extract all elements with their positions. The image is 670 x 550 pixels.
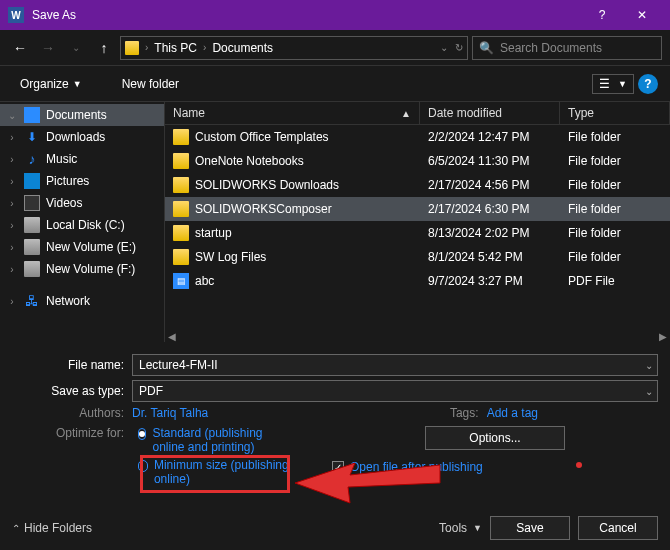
file-type: File folder [560, 152, 670, 170]
col-type[interactable]: Type [560, 102, 670, 124]
refresh-icon[interactable]: ↻ [455, 42, 463, 53]
search-input[interactable]: 🔍 Search Documents [472, 36, 662, 60]
tags-value[interactable]: Add a tag [487, 406, 538, 420]
search-placeholder: Search Documents [500, 41, 602, 55]
nav-newvol-e[interactable]: ›New Volume (E:) [0, 236, 164, 258]
radio-icon [138, 460, 148, 472]
back-button[interactable]: ← [8, 36, 32, 60]
open-after-checkbox[interactable]: ✓ Open file after publishing [332, 460, 658, 474]
file-type: File folder [560, 176, 670, 194]
file-name: startup [195, 226, 232, 240]
bottom-panel: File name: Lecture4-FM-II⌄ Save as type:… [0, 342, 670, 498]
authors-value[interactable]: Dr. Tariq Talha [132, 406, 208, 420]
tools-button[interactable]: Tools▼ [439, 521, 482, 535]
addr-root[interactable]: This PC [154, 41, 197, 55]
file-type: File folder [560, 248, 670, 266]
nav-localdisk[interactable]: ›Local Disk (C:) [0, 214, 164, 236]
cancel-button[interactable]: Cancel [578, 516, 658, 540]
file-date: 2/17/2024 4:56 PM [420, 176, 560, 194]
radio-icon [138, 428, 146, 440]
folder-icon [173, 153, 189, 169]
help-icon[interactable]: ? [638, 74, 658, 94]
radio-standard[interactable]: Standard (publishing online and printing… [138, 426, 292, 454]
folder-icon [173, 249, 189, 265]
file-list: Name▲ Date modified Type Custom Office T… [165, 102, 670, 342]
file-row[interactable]: SOLIDWORKS Downloads2/17/2024 4:56 PMFil… [165, 173, 670, 197]
file-name: abc [195, 274, 214, 288]
file-date: 8/13/2024 2:02 PM [420, 224, 560, 242]
close-button[interactable]: ✕ [622, 0, 662, 30]
new-folder-button[interactable]: New folder [114, 73, 187, 95]
filename-label: File name: [12, 358, 132, 372]
file-name: Custom Office Templates [195, 130, 329, 144]
optimize-label: Optimize for: [52, 426, 132, 440]
organize-button[interactable]: Organize▼ [12, 73, 90, 95]
nav-pictures[interactable]: ›Pictures [0, 170, 164, 192]
up-button[interactable]: ↑ [92, 36, 116, 60]
nav-network[interactable]: ›🖧Network [0, 290, 164, 312]
hide-folders-toggle[interactable]: ⌃Hide Folders [12, 521, 92, 535]
file-name: SOLIDWORKS Downloads [195, 178, 339, 192]
nav-tree: ⌄Documents ›⬇Downloads ›♪Music ›Pictures… [0, 102, 165, 342]
authors-label: Authors: [72, 406, 132, 420]
nav-videos[interactable]: ›Videos [0, 192, 164, 214]
annotation-dot [576, 462, 582, 468]
word-icon: W [8, 7, 24, 23]
address-bar[interactable]: › This PC › Documents ⌄ ↻ [120, 36, 468, 60]
file-row[interactable]: SOLIDWORKSComposer2/17/2024 6:30 PMFile … [165, 197, 670, 221]
file-row[interactable]: ▤abc9/7/2024 3:27 PMPDF File [165, 269, 670, 293]
file-name: SOLIDWORKSComposer [195, 202, 332, 216]
savetype-select[interactable]: PDF⌄ [132, 380, 658, 402]
checkbox-icon: ✓ [332, 461, 344, 473]
nav-music[interactable]: ›♪Music [0, 148, 164, 170]
folder-icon [173, 201, 189, 217]
file-date: 6/5/2024 11:30 PM [420, 152, 560, 170]
nav-newvol-f[interactable]: ›New Volume (F:) [0, 258, 164, 280]
forward-button[interactable]: → [36, 36, 60, 60]
toolbar: Organize▼ New folder ☰ ▼ ? [0, 66, 670, 102]
file-type: File folder [560, 224, 670, 242]
file-row[interactable]: OneNote Notebooks6/5/2024 11:30 PMFile f… [165, 149, 670, 173]
help-button[interactable]: ? [582, 0, 622, 30]
radio-minimum[interactable]: Minimum size (publishing online) [138, 458, 292, 486]
options-button[interactable]: Options... [425, 426, 565, 450]
savetype-label: Save as type: [12, 384, 132, 398]
file-row[interactable]: startup8/13/2024 2:02 PMFile folder [165, 221, 670, 245]
col-name[interactable]: Name▲ [165, 102, 420, 124]
folder-icon [173, 177, 189, 193]
sort-asc-icon: ▲ [401, 108, 411, 119]
tags-label: Tags: [427, 406, 487, 420]
scroll-right-icon[interactable]: ▶ [656, 330, 670, 342]
recent-dropdown[interactable]: ⌄ [64, 36, 88, 60]
save-button[interactable]: Save [490, 516, 570, 540]
file-type: File folder [560, 200, 670, 218]
nav-documents[interactable]: ⌄Documents [0, 104, 164, 126]
file-row[interactable]: Custom Office Templates2/2/2024 12:47 PM… [165, 125, 670, 149]
file-row[interactable]: SW Log Files8/1/2024 5:42 PMFile folder [165, 245, 670, 269]
column-headers: Name▲ Date modified Type [165, 102, 670, 125]
folder-icon [173, 225, 189, 241]
col-date[interactable]: Date modified [420, 102, 560, 124]
addr-folder[interactable]: Documents [212, 41, 273, 55]
nav-bar: ← → ⌄ ↑ › This PC › Documents ⌄ ↻ 🔍 Sear… [0, 30, 670, 66]
scroll-left-icon[interactable]: ◀ [165, 330, 179, 342]
nav-downloads[interactable]: ›⬇Downloads [0, 126, 164, 148]
window-title: Save As [32, 8, 76, 22]
file-type: File folder [560, 128, 670, 146]
folder-icon [173, 129, 189, 145]
file-type: PDF File [560, 272, 670, 290]
pdf-icon: ▤ [173, 273, 189, 289]
file-date: 9/7/2024 3:27 PM [420, 272, 560, 290]
filename-input[interactable]: Lecture4-FM-II⌄ [132, 354, 658, 376]
file-name: OneNote Notebooks [195, 154, 304, 168]
file-date: 2/17/2024 6:30 PM [420, 200, 560, 218]
footer: ⌃Hide Folders Tools▼ Save Cancel [0, 510, 670, 546]
file-name: SW Log Files [195, 250, 266, 264]
view-button[interactable]: ☰ ▼ [592, 74, 634, 94]
search-icon: 🔍 [479, 41, 494, 55]
chevron-right-icon: › [145, 42, 148, 53]
title-bar: W Save As ? ✕ [0, 0, 670, 30]
chevron-right-icon: › [203, 42, 206, 53]
file-date: 8/1/2024 5:42 PM [420, 248, 560, 266]
folder-icon [125, 41, 139, 55]
